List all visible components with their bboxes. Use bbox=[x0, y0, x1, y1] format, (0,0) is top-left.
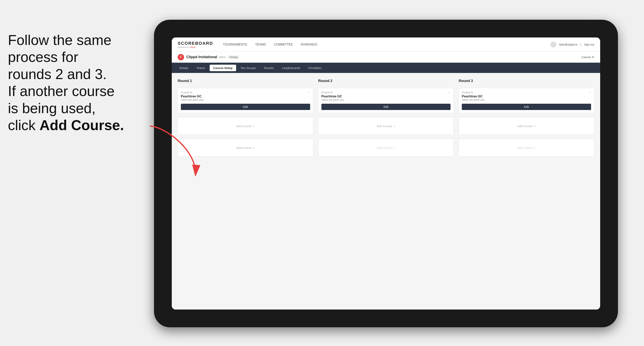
round-2-course-details: Yellow (M) (6629 yds) bbox=[322, 99, 451, 101]
scoreboard-logo: SCOREBOARD bbox=[178, 41, 213, 46]
round-3-label: Round 3 bbox=[458, 79, 594, 83]
round-1-course-details: Yellow (M) (6629 yds) bbox=[181, 99, 310, 101]
instruction-line5: is being used, bbox=[8, 100, 96, 116]
user-avatar bbox=[550, 42, 556, 47]
nav-teams[interactable]: TEAMS bbox=[255, 42, 266, 47]
tab-course-setup[interactable]: Course Setup bbox=[210, 65, 236, 71]
sub-header: C Clippd Invitational (Men) Hosting Canc… bbox=[172, 52, 600, 63]
round-3-column: Round 3 ○ (Course A) Peachtree GC Yellow… bbox=[458, 79, 594, 157]
instruction-line3: rounds 2 and 3. bbox=[8, 66, 106, 82]
round-1-label: Round 1 bbox=[178, 79, 313, 83]
tournament-name: Clippd Invitational bbox=[186, 55, 217, 59]
tab-results[interactable]: Results bbox=[260, 65, 278, 71]
instruction-line4: If another course bbox=[8, 83, 114, 99]
add-course-label: Add Course bbox=[377, 146, 392, 150]
instruction-line1: Follow the same bbox=[8, 32, 111, 48]
nav-committee[interactable]: COMMITTEE bbox=[274, 42, 293, 47]
plus-icon: + bbox=[534, 146, 536, 150]
round-1-course-name: Peachtree GC bbox=[181, 95, 310, 98]
pipe-separator: | bbox=[580, 43, 581, 46]
rounds-grid: Round 1 ○ (Course A) Peachtree GC Yellow… bbox=[178, 79, 594, 157]
tab-teams[interactable]: Teams bbox=[193, 65, 209, 71]
instruction-line2: process for bbox=[8, 49, 78, 65]
round-2-course-card: ○ (Course A) Peachtree GC Yellow (M) (66… bbox=[318, 88, 454, 113]
round-2-add-course-1[interactable]: Add Course + bbox=[318, 117, 454, 135]
close-icon: ✕ bbox=[592, 55, 594, 59]
round-3-course-tag: (Course A) bbox=[462, 91, 591, 94]
round-1-add-course-1[interactable]: Add Course + bbox=[178, 117, 313, 135]
content-area: Round 1 ○ (Course A) Peachtree GC Yellow… bbox=[172, 73, 600, 310]
round-3-course-details: Yellow (M) (6629 yds) bbox=[462, 99, 591, 101]
round-2-label: Round 2 bbox=[318, 79, 454, 83]
round-3-delete-icon[interactable]: ○ bbox=[588, 90, 592, 94]
round-1-course-tag: (Course A) bbox=[181, 91, 310, 94]
nav-tournaments[interactable]: TOURNAMENTS bbox=[223, 42, 247, 47]
add-course-label: Add Course bbox=[236, 146, 252, 150]
tab-tee-groups[interactable]: Tee Groups bbox=[237, 65, 260, 71]
round-3-course-card: ○ (Course A) Peachtree GC Yellow (M) (66… bbox=[458, 88, 594, 113]
add-course-label: Add Course bbox=[517, 146, 533, 150]
round-3-edit-button[interactable]: Edit bbox=[462, 104, 591, 110]
top-nav: SCOREBOARD Powered by clippd TOURNAMENTS… bbox=[172, 37, 600, 52]
round-3-add-course-2: Add Course + bbox=[458, 139, 594, 157]
tournament-logo: C bbox=[178, 54, 184, 60]
tablet-screen: SCOREBOARD Powered by clippd TOURNAMENTS… bbox=[172, 37, 600, 310]
instruction-panel: Follow the same process for rounds 2 and… bbox=[0, 31, 142, 134]
round-2-add-course-2: Add Course + bbox=[318, 139, 454, 157]
hosting-badge: Hosting bbox=[228, 55, 239, 59]
nav-rankings[interactable]: RANKINGS bbox=[301, 42, 317, 47]
round-1-edit-button[interactable]: Edit bbox=[181, 104, 310, 110]
round-2-course-tag: (Course A) bbox=[322, 91, 451, 94]
tab-printables[interactable]: Printables bbox=[305, 65, 325, 71]
plus-icon: + bbox=[394, 146, 395, 150]
round-1-delete-icon[interactable]: ○ bbox=[307, 90, 311, 94]
instruction-line6: click Add Course. bbox=[8, 117, 124, 133]
add-course-label: Add Course bbox=[517, 124, 533, 128]
cancel-button[interactable]: Cancel ✕ bbox=[582, 55, 594, 59]
round-3-course-name: Peachtree GC bbox=[462, 95, 591, 98]
user-email: blair@clippd.io bbox=[559, 43, 578, 46]
tab-details[interactable]: Details bbox=[176, 65, 192, 71]
round-1-course-card: ○ (Course A) Peachtree GC Yellow (M) (66… bbox=[178, 88, 313, 113]
add-course-label: Add Course bbox=[236, 124, 252, 128]
plus-icon: + bbox=[253, 124, 255, 128]
tablet-device: SCOREBOARD Powered by clippd TOURNAMENTS… bbox=[154, 20, 618, 327]
sign-out-link[interactable]: Sign out bbox=[584, 43, 594, 46]
add-course-label: Add Course bbox=[377, 124, 392, 128]
logo-area: SCOREBOARD Powered by clippd bbox=[178, 41, 213, 48]
plus-icon: + bbox=[534, 124, 536, 128]
powered-by-label: Powered by clippd bbox=[178, 46, 213, 48]
plus-icon: + bbox=[394, 124, 395, 128]
round-2-edit-button[interactable]: Edit bbox=[322, 104, 451, 110]
round-1-add-course-2[interactable]: Add Course + bbox=[178, 139, 313, 157]
tournament-gender: (Men) bbox=[219, 56, 226, 59]
nav-links: TOURNAMENTS TEAMS COMMITTEE RANKINGS bbox=[223, 42, 550, 47]
tab-bar: Details Teams Course Setup Tee Groups Re… bbox=[172, 63, 600, 73]
tab-leaderboards[interactable]: Leaderboards bbox=[278, 65, 304, 71]
round-1-column: Round 1 ○ (Course A) Peachtree GC Yellow… bbox=[178, 79, 313, 157]
top-nav-right: blair@clippd.io | Sign out bbox=[550, 42, 594, 47]
plus-icon: + bbox=[253, 146, 255, 150]
round-3-add-course-1[interactable]: Add Course + bbox=[458, 117, 594, 135]
round-2-delete-icon[interactable]: ○ bbox=[447, 90, 451, 94]
round-2-column: Round 2 ○ (Course A) Peachtree GC Yellow… bbox=[318, 79, 454, 157]
round-2-course-name: Peachtree GC bbox=[322, 95, 451, 98]
